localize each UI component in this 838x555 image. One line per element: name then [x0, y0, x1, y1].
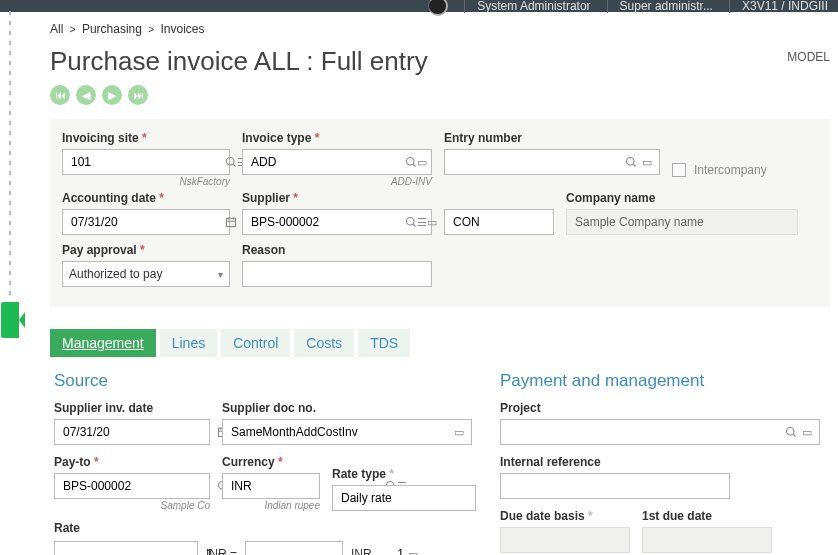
invoice-type-input[interactable]: ▭ [242, 149, 432, 175]
tab-costs[interactable]: Costs [294, 329, 354, 357]
breadcrumb-all[interactable]: All [50, 22, 63, 36]
svg-rect-3 [227, 218, 236, 226]
currency-label: Currency [222, 455, 320, 469]
card-icon[interactable]: ▭ [451, 424, 467, 440]
payto-label: Pay-to [54, 455, 210, 469]
header-section: Invoicing site ☰ ▭ NskFactory Invoice ty… [50, 119, 830, 307]
currency-hint: Indian rupee [222, 500, 320, 511]
chevron-right-icon: > [70, 24, 76, 35]
rate-eq-suffix: INR [351, 547, 372, 555]
tab-control[interactable]: Control [221, 329, 290, 357]
project-input[interactable]: ▭ [500, 419, 820, 445]
invoice-type-hint: ADD-INV [242, 176, 432, 187]
last-record-button[interactable]: ⏭ [128, 85, 148, 105]
supplier-inv-date-input[interactable] [54, 419, 210, 445]
entry-number-input[interactable]: ▭ [444, 149, 660, 175]
record-nav: ⏮ ◀ ▶ ⏭ [50, 85, 838, 105]
breadcrumb-invoices[interactable]: Invoices [160, 22, 204, 36]
payto-hint: Sample Co [54, 500, 210, 511]
management-panel: Source Supplier inv. date Supplier doc n… [50, 357, 830, 555]
invoicing-site-label: Invoicing site [62, 131, 230, 145]
tabs: Management Lines Control Costs TDS [50, 329, 838, 357]
card-icon[interactable]: ▭ [799, 424, 815, 440]
action-icon[interactable]: ☰ [417, 214, 427, 230]
tab-lines[interactable]: Lines [160, 329, 217, 357]
supplier-inv-date-label: Supplier inv. date [54, 401, 210, 415]
search-icon[interactable] [623, 154, 639, 170]
company-name-label: Company name [566, 191, 798, 205]
company-name-input [566, 209, 798, 235]
page-title: Purchase invoice ALL : Full entry [50, 46, 428, 77]
search-icon[interactable] [783, 424, 799, 440]
search-icon[interactable] [405, 214, 417, 230]
card-icon[interactable]: ▭ [427, 214, 437, 230]
source-heading: Source [54, 371, 476, 391]
rate-type-input[interactable] [332, 485, 476, 511]
tab-tds[interactable]: TDS [358, 329, 410, 357]
accounting-date-input[interactable] [62, 209, 230, 235]
search-icon[interactable] [225, 154, 237, 170]
rate-type-label: Rate type [332, 467, 476, 481]
top-bar: System Administrator Super administr... … [0, 0, 838, 12]
supplier-doc-no-input[interactable]: ▭ [222, 419, 472, 445]
prev-record-button[interactable]: ◀ [76, 85, 96, 105]
supplier-input[interactable]: ☰ ▭ [242, 209, 432, 235]
first-due-input [642, 527, 772, 553]
svg-point-2 [627, 158, 635, 166]
internal-ref-input[interactable] [500, 473, 730, 499]
card-icon[interactable]: ▭ [417, 154, 427, 170]
entry-number-label: Entry number [444, 131, 660, 145]
pay-approval-label: Pay approval [62, 243, 230, 257]
project-label: Project [500, 401, 820, 415]
chevron-down-icon: ▾ [218, 269, 223, 280]
reason-label: Reason [242, 243, 432, 257]
breadcrumb-purchasing[interactable]: Purchasing [82, 22, 142, 36]
svg-point-0 [227, 158, 235, 166]
model-label: MODEL [787, 50, 830, 64]
supplier-label: Supplier [242, 191, 432, 205]
svg-point-4 [407, 218, 415, 226]
svg-point-1 [407, 158, 415, 166]
rate-label: Rate [54, 521, 80, 535]
intercompany-checkbox[interactable] [672, 163, 686, 177]
intercompany-label: Intercompany [694, 163, 767, 177]
first-record-button[interactable]: ⏮ [50, 85, 70, 105]
payment-heading: Payment and management [500, 371, 820, 391]
invoicing-site-input[interactable]: ☰ ▭ [62, 149, 230, 175]
search-icon[interactable] [405, 154, 417, 170]
rate-eq-input[interactable]: ▭ [245, 541, 343, 555]
due-date-basis-input [500, 527, 630, 553]
invoicing-site-hint: NskFactory [62, 176, 230, 187]
due-date-basis-label: Due date basis [500, 509, 630, 523]
supplier-code-input[interactable]: ▭ [444, 209, 554, 235]
card-icon[interactable]: ▭ [639, 154, 655, 170]
calendar-icon[interactable] [225, 214, 237, 230]
breadcrumb: All > Purchasing > Invoices [50, 18, 838, 46]
supplier-doc-no-label: Supplier doc no. [222, 401, 472, 415]
accounting-date-label: Accounting date [62, 191, 230, 205]
first-due-label: 1st due date [642, 509, 772, 523]
rate-input[interactable]: ▭ [54, 541, 198, 555]
card-icon[interactable]: ▭ [408, 546, 418, 555]
reason-input[interactable] [242, 261, 432, 287]
chevron-right-icon: > [148, 24, 154, 35]
payto-input[interactable]: ☰ ▭ [54, 473, 210, 499]
next-record-button[interactable]: ▶ [102, 85, 122, 105]
invoice-type-label: Invoice type [242, 131, 432, 145]
rate-eq-prefix: INR = [206, 547, 237, 555]
pay-approval-select[interactable]: Authorized to pay ▾ [62, 261, 230, 287]
internal-ref-label: Internal reference [500, 455, 730, 469]
svg-point-9 [787, 428, 795, 436]
currency-input[interactable]: ☰ ▭ [222, 473, 320, 499]
tab-management[interactable]: Management [50, 329, 156, 357]
